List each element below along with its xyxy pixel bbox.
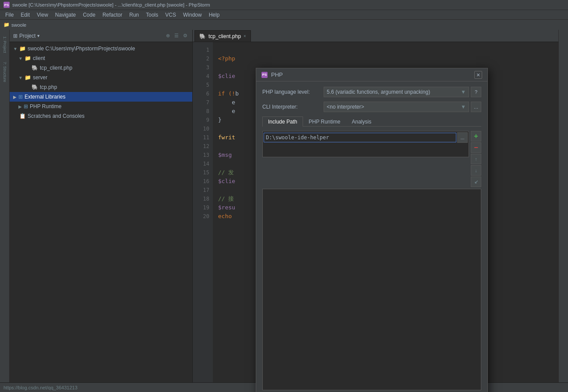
window-title: swoole [C:\Users\my\PhpstormProjects\swo… bbox=[12, 2, 210, 7]
tab-tcp-client[interactable]: 🐘 tcp_client.php × bbox=[194, 30, 251, 42]
dialog-close-button[interactable]: × bbox=[474, 71, 482, 79]
tree-item-external-libraries[interactable]: ▶ ⊞ External Libraries bbox=[10, 92, 192, 102]
path-input-row: ... bbox=[264, 132, 468, 143]
left-tool-strip: 1: Project 7: Structure bbox=[0, 30, 10, 392]
tree-item-client[interactable]: ▼ 📁 client bbox=[10, 53, 192, 63]
expand-arrow: ▶ bbox=[13, 95, 17, 99]
tree-label: swoole C:\Users\my\PhpstormProjects\swoo… bbox=[28, 46, 135, 52]
expand-arrow: ▼ bbox=[18, 75, 23, 80]
collapse-icon[interactable]: ☰ bbox=[173, 32, 180, 39]
breadcrumb: 📁 swoole bbox=[0, 19, 568, 30]
cli-interpreter-label: CLI Interpreter: bbox=[262, 104, 324, 110]
menu-window[interactable]: Window bbox=[180, 11, 205, 19]
project-tool-button[interactable]: 1: Project bbox=[0, 32, 9, 58]
folder-icon: 📁 bbox=[25, 55, 31, 61]
gear-icon[interactable]: ⚙ bbox=[182, 32, 189, 39]
tab-close-button[interactable]: × bbox=[243, 34, 246, 39]
tree-label: tcp.php bbox=[40, 84, 57, 90]
folder-icon: 📁 bbox=[25, 74, 31, 81]
menu-tools[interactable]: Tools bbox=[142, 11, 162, 19]
line-numbers: 1 2 3 4 5 6 7 8 9 10 11 12 13 14 15 16 1… bbox=[193, 42, 213, 392]
language-level-label: PHP language level: bbox=[262, 89, 324, 95]
folder-icon: 📁 bbox=[19, 46, 26, 52]
cli-interpreter-value: <no interpreter> bbox=[327, 104, 364, 110]
menu-refactor[interactable]: Refactor bbox=[99, 11, 126, 19]
cli-interpreter-dropdown[interactable]: <no interpreter> ▼ bbox=[324, 102, 469, 112]
ps-icon: PS bbox=[4, 2, 10, 8]
move-up-button[interactable]: ↑ bbox=[471, 154, 481, 164]
menu-view[interactable]: View bbox=[33, 11, 52, 19]
dropdown-icon: ▼ bbox=[36, 34, 40, 38]
project-header-icons: ⊕ ☰ ⚙ bbox=[164, 32, 189, 39]
dialog-title-bar: PS PHP × bbox=[256, 68, 487, 81]
language-level-value: 5.6 (variadic functions, argument unpack… bbox=[327, 89, 430, 95]
project-panel-header: ⊞ Project ▼ ⊕ ☰ ⚙ bbox=[10, 30, 192, 42]
dropdown-arrow-icon: ▼ bbox=[461, 104, 466, 110]
breadcrumb-text: swoole bbox=[11, 22, 26, 28]
tree-item-server[interactable]: ▼ 📁 server bbox=[10, 73, 192, 82]
cli-interpreter-row: CLI Interpreter: <no interpreter> ▼ … bbox=[262, 102, 481, 112]
tree-item-swoole[interactable]: ▼ 📁 swoole C:\Users\my\PhpstormProjects\… bbox=[10, 44, 192, 53]
expand-arrow: ▶ bbox=[18, 104, 22, 109]
project-tree: ▼ 📁 swoole C:\Users\my\PhpstormProjects\… bbox=[10, 42, 192, 392]
tab-bar: 🐘 tcp_client.php × bbox=[193, 30, 558, 42]
tab-label: tcp_client.php bbox=[208, 33, 241, 39]
language-level-row: PHP language level: 5.6 (variadic functi… bbox=[262, 87, 481, 97]
locate-icon[interactable]: ⊕ bbox=[164, 32, 171, 39]
cli-interpreter-browse[interactable]: … bbox=[471, 102, 481, 112]
tab-icon: 🐘 bbox=[199, 33, 206, 39]
menu-navigate[interactable]: Navigate bbox=[52, 11, 79, 19]
folder-icon: 📁 bbox=[4, 22, 10, 28]
dialog-body: PHP language level: 5.6 (variadic functi… bbox=[256, 81, 487, 392]
language-level-control: 5.6 (variadic functions, argument unpack… bbox=[324, 87, 481, 97]
add-path-button[interactable]: + bbox=[471, 131, 481, 141]
ext-lib-icon: ⊞ bbox=[18, 94, 23, 100]
menu-vcs[interactable]: VCS bbox=[162, 11, 180, 19]
project-title: Project bbox=[19, 33, 35, 39]
tree-item-tcp-client[interactable]: 🐘 tcp_client.php bbox=[10, 63, 192, 73]
tab-include-path[interactable]: Include Path bbox=[262, 117, 303, 127]
menu-bar: File Edit View Navigate Code Refactor Ru… bbox=[0, 10, 568, 19]
tree-item-php-runtime[interactable]: ▶ ⊞ PHP Runtime bbox=[10, 102, 192, 111]
move-bottom-button[interactable]: ↙ bbox=[471, 177, 481, 187]
language-level-dropdown[interactable]: 5.6 (variadic functions, argument unpack… bbox=[324, 87, 469, 97]
tab-analysis[interactable]: Analysis bbox=[346, 117, 377, 127]
structure-tool-button[interactable]: 7: Structure bbox=[0, 59, 9, 85]
move-down-button[interactable]: ↓ bbox=[471, 165, 481, 176]
tree-item-scratches[interactable]: 📋 Scratches and Consoles bbox=[10, 111, 192, 121]
menu-code[interactable]: Code bbox=[79, 11, 99, 19]
menu-run[interactable]: Run bbox=[126, 11, 142, 19]
expand-arrow: ▼ bbox=[13, 46, 18, 51]
tree-label: PHP Runtime bbox=[30, 103, 61, 109]
expand-arrow: ▼ bbox=[18, 56, 23, 61]
php-file-icon: 🐘 bbox=[32, 84, 38, 90]
tree-label: server bbox=[33, 74, 47, 81]
scratches-icon: 📋 bbox=[19, 113, 26, 119]
tree-label: client bbox=[33, 55, 45, 61]
language-level-help[interactable]: ? bbox=[471, 87, 481, 97]
side-buttons: + − ↑ ↓ ↙ bbox=[471, 131, 481, 187]
dialog-title: PHP bbox=[271, 71, 283, 78]
title-bar: PS swoole [C:\Users\my\PhpstormProjects\… bbox=[0, 0, 568, 10]
tree-label: Scratches and Consoles bbox=[28, 113, 85, 119]
tab-php-runtime[interactable]: PHP Runtime bbox=[303, 117, 346, 127]
menu-edit[interactable]: Edit bbox=[17, 11, 33, 19]
menu-help[interactable]: Help bbox=[205, 11, 223, 19]
dropdown-arrow-icon: ▼ bbox=[461, 89, 466, 95]
browse-button[interactable]: ... bbox=[457, 132, 468, 143]
php-file-icon: 🐘 bbox=[32, 65, 38, 71]
php-runtime-icon: ⊞ bbox=[24, 103, 28, 109]
remove-path-button[interactable]: − bbox=[471, 142, 481, 153]
project-label: ⊞ bbox=[13, 33, 18, 39]
dialog-tabs: Include Path PHP Runtime Analysis bbox=[262, 117, 481, 127]
right-tool-strip bbox=[558, 30, 568, 392]
tree-item-tcp[interactable]: 🐘 tcp.php bbox=[10, 82, 192, 92]
path-input[interactable] bbox=[264, 133, 456, 142]
php-dialog: PS PHP × PHP language level: 5.6 (variad… bbox=[256, 68, 488, 392]
path-list-container: ... bbox=[262, 131, 469, 157]
menu-file[interactable]: File bbox=[2, 11, 17, 19]
include-path-area: ... + − ↑ ↓ ↙ bbox=[262, 131, 481, 187]
tree-label: tcp_client.php bbox=[40, 65, 72, 71]
cli-interpreter-control: <no interpreter> ▼ … bbox=[324, 102, 481, 112]
dialog-content-area bbox=[262, 189, 481, 390]
